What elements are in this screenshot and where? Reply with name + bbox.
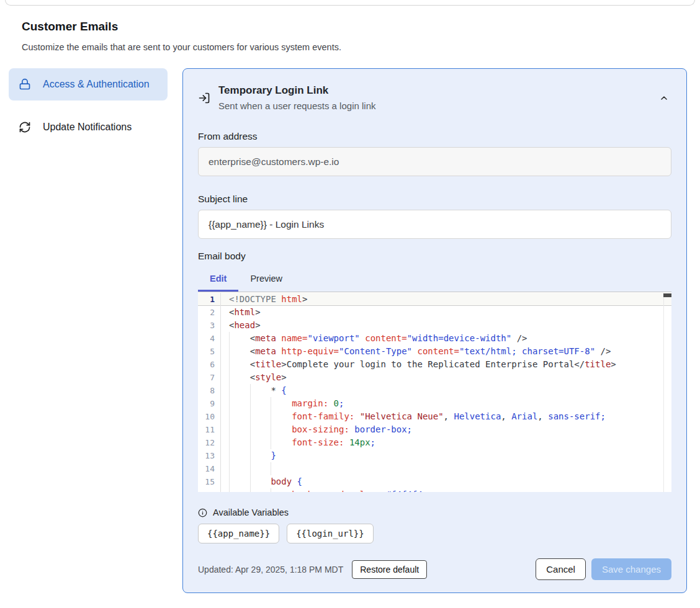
line-number: 12 <box>198 436 220 449</box>
available-variables-header: Available Variables <box>198 507 671 517</box>
indent-guide <box>229 345 230 358</box>
variable-chips: {{app_name}} {{login_url}} <box>198 524 671 543</box>
available-variables-label: Available Variables <box>213 507 289 517</box>
indent-guide <box>250 462 251 475</box>
editor-vertical-scrollbar[interactable] <box>663 293 671 492</box>
editor-gutter: 12345678910111213141516 <box>198 293 221 492</box>
code-line: font-size: 14px; <box>222 436 663 449</box>
editor-vertical-scrollbar-thumb[interactable] <box>663 293 671 297</box>
restore-default-button[interactable]: Restore default <box>352 560 427 579</box>
lock-icon <box>19 78 31 91</box>
editor-code[interactable]: <!DOCTYPE html><html><head> <meta name="… <box>222 293 663 492</box>
indent-guide <box>271 397 271 410</box>
indent-guide <box>229 358 230 371</box>
sidebar: Access & Authentication Update Notificat… <box>9 68 168 139</box>
indent-guide <box>229 475 230 488</box>
line-number: 15 <box>198 475 220 488</box>
line-number: 10 <box>198 410 220 423</box>
code-editor[interactable]: 12345678910111213141516 <!DOCTYPE html><… <box>198 292 671 492</box>
email-body-label: Email body <box>198 251 671 262</box>
from-address-input[interactable] <box>198 147 671 176</box>
code-line: body { <box>222 475 663 488</box>
card-bottom-edge <box>5 0 695 6</box>
page-title: Customer Emails <box>22 19 700 34</box>
line-number: 9 <box>198 397 220 410</box>
variable-chip-app-name[interactable]: {{app_name}} <box>198 524 279 543</box>
indent-guide <box>271 436 271 449</box>
line-number: 16 <box>198 488 220 492</box>
code-line: <style> <box>222 371 663 384</box>
subject-line-label: Subject line <box>198 194 671 205</box>
line-number: 13 <box>198 449 220 462</box>
indent-guide <box>250 410 251 423</box>
line-number: 2 <box>198 306 220 319</box>
variable-chip-login-url[interactable]: {{login_url}} <box>287 524 374 543</box>
sidebar-item-label: Update Notifications <box>43 120 132 135</box>
code-line <box>222 462 663 475</box>
indent-guide <box>229 332 230 345</box>
indent-guide <box>250 384 251 397</box>
tab-preview[interactable]: Preview <box>238 274 294 292</box>
refresh-icon <box>19 121 31 133</box>
indent-guide <box>250 475 251 488</box>
panel-footer: Updated: Apr 29, 2025, 1:18 PM MDT Resto… <box>198 558 671 580</box>
line-number: 14 <box>198 462 220 475</box>
code-line: <meta name="viewport" content="width=dev… <box>222 332 663 345</box>
code-line: <head> <box>222 319 663 332</box>
tab-edit[interactable]: Edit <box>198 274 238 292</box>
sidebar-item-access-authentication[interactable]: Access & Authentication <box>9 68 168 101</box>
page-header: Customer Emails Customize the emails tha… <box>0 0 700 53</box>
info-icon <box>198 508 207 517</box>
sidebar-item-update-notifications[interactable]: Update Notifications <box>9 115 168 139</box>
panel-title: Temporary Login Link <box>218 84 375 97</box>
chevron-up-icon <box>659 93 669 103</box>
indent-guide <box>229 371 230 384</box>
code-line: font-family: "Helvetica Neue", Helvetica… <box>222 410 663 423</box>
code-line: background-color: #f4f4f4; <box>222 488 663 492</box>
code-line: <html> <box>222 306 663 319</box>
collapse-button[interactable] <box>657 91 671 105</box>
indent-guide <box>271 488 271 492</box>
code-line: <meta http-equiv="Content-Type" content=… <box>222 345 663 358</box>
indent-guide <box>250 449 251 462</box>
panel-header-text: Temporary Login Link Sent when a user re… <box>218 84 375 112</box>
editor-tabs: Edit Preview <box>198 262 671 292</box>
indent-guide <box>229 397 230 410</box>
code-line: } <box>222 449 663 462</box>
from-address-label: From address <box>198 131 671 142</box>
indent-guide <box>250 488 251 492</box>
code-line: <title>Complete your login to the Replic… <box>222 358 663 371</box>
subject-line-input[interactable] <box>198 210 671 239</box>
line-number: 8 <box>198 384 220 397</box>
indent-guide <box>229 410 230 423</box>
page-subtitle: Customize the emails that are sent to yo… <box>22 42 700 53</box>
indent-guide <box>250 423 251 436</box>
updated-timestamp: Updated: Apr 29, 2025, 1:18 PM MDT <box>198 565 343 574</box>
indent-guide <box>229 384 230 397</box>
email-settings-panel: Temporary Login Link Sent when a user re… <box>182 68 687 593</box>
indent-guide <box>250 436 251 449</box>
content-row: Access & Authentication Update Notificat… <box>0 68 700 593</box>
cancel-button[interactable]: Cancel <box>536 558 586 580</box>
code-line: <!DOCTYPE html> <box>222 293 663 306</box>
indent-guide <box>229 449 230 462</box>
line-number: 4 <box>198 332 220 345</box>
indent-guide <box>271 462 271 475</box>
indent-guide <box>229 488 230 492</box>
line-number: 6 <box>198 358 220 371</box>
line-number: 11 <box>198 423 220 436</box>
indent-guide <box>271 423 271 436</box>
line-number: 1 <box>198 293 220 306</box>
panel-header: Temporary Login Link Sent when a user re… <box>198 84 671 112</box>
indent-guide <box>271 410 271 423</box>
indent-guide <box>229 436 230 449</box>
code-line: box-sizing: border-box; <box>222 423 663 436</box>
line-number: 3 <box>198 319 220 332</box>
code-line: margin: 0; <box>222 397 663 410</box>
indent-guide <box>229 462 230 475</box>
save-changes-button[interactable]: Save changes <box>591 558 671 580</box>
line-number: 5 <box>198 345 220 358</box>
line-number: 7 <box>198 371 220 384</box>
log-in-icon <box>198 92 210 104</box>
indent-guide <box>250 397 251 410</box>
